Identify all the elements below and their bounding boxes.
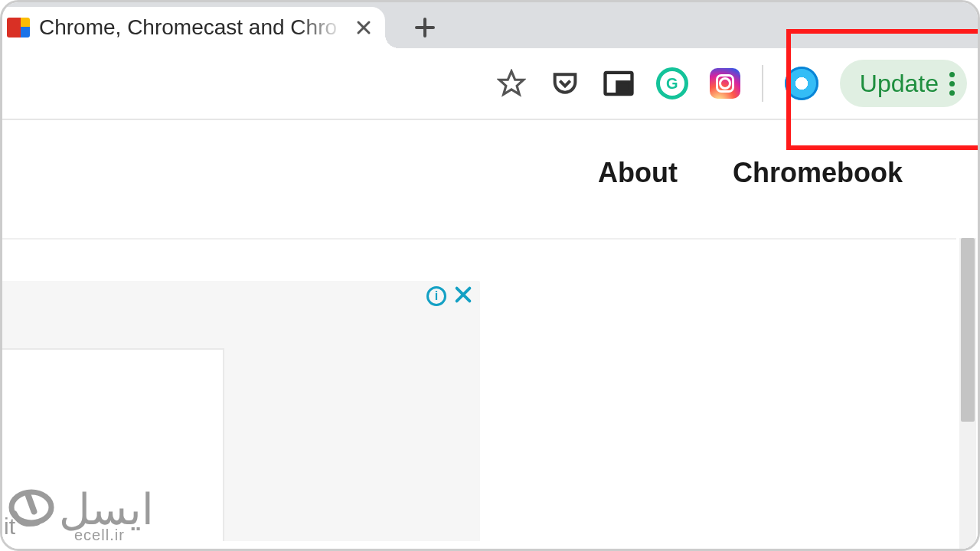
svg-rect-4 [24,492,38,516]
update-label: Update [860,70,939,98]
page-nav: About Chromebook [598,157,903,189]
pocket-icon [550,68,580,99]
tab-strip: Chrome, Chromecast and Chro [2,2,978,48]
tab-title: Chrome, Chromecast and Chro [39,15,344,40]
profile-button[interactable] [785,67,818,100]
plus-icon [413,16,436,39]
ad-info-button[interactable]: i [426,286,446,306]
tab-close-button[interactable] [353,17,374,38]
svg-marker-0 [499,71,524,94]
ad-controls: i [426,285,472,307]
page-divider [2,238,956,240]
star-icon [497,69,526,98]
instagram-extension[interactable] [710,68,740,99]
browser-tab[interactable]: Chrome, Chromecast and Chro [2,7,385,48]
tab-favicon [7,16,30,39]
chrome-menu-button[interactable] [949,72,955,96]
close-icon [454,285,472,304]
bookmark-button[interactable] [495,67,528,99]
grammarly-extension[interactable]: G [656,67,688,99]
browser-toolbar: G Update [2,48,978,120]
watermark-logo-icon [5,481,62,530]
update-button[interactable]: Update [840,60,967,107]
watermark: ایسل ecell.ir [5,484,154,544]
ad-close-button[interactable] [454,285,472,307]
pocket-extension[interactable] [549,67,581,99]
nav-chromebook[interactable]: Chromebook [733,157,903,189]
svg-rect-2 [617,82,630,92]
picture-in-picture-icon [603,70,634,96]
close-icon [356,20,371,35]
new-tab-button[interactable] [407,9,443,46]
scrollbar-thumb[interactable] [961,238,975,422]
browser-window: Chrome, Chromecast and Chro G Update [0,0,980,551]
kebab-icon [949,72,955,77]
instagram-icon [716,74,734,93]
vertical-scrollbar[interactable] [959,238,976,551]
info-icon: i [435,289,438,303]
grammarly-icon: G [666,75,678,93]
pip-extension[interactable] [603,67,635,99]
nav-about[interactable]: About [598,157,678,189]
toolbar-separator [762,65,763,102]
